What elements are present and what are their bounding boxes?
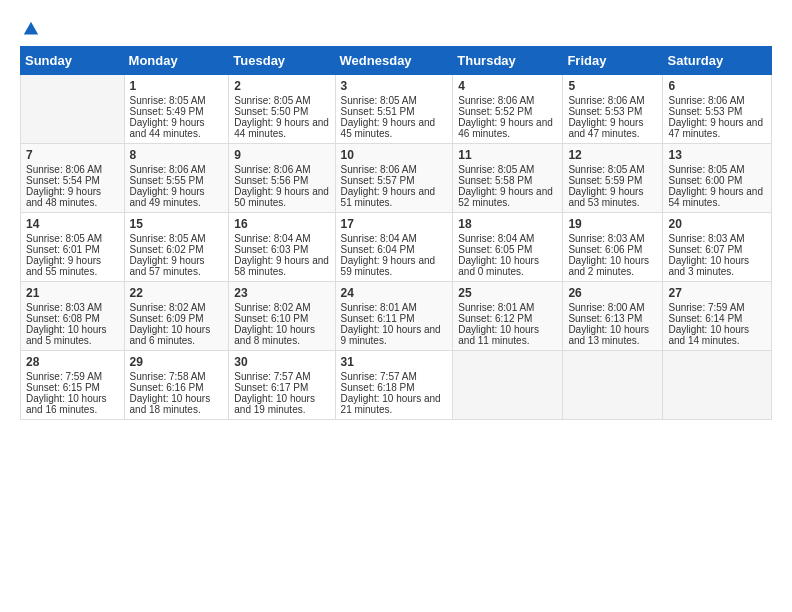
day-number: 25 [458, 286, 557, 300]
page-header [20, 20, 772, 36]
sunrise-text: Sunrise: 8:06 AM [26, 164, 102, 175]
daylight-text: Daylight: 10 hours and 14 minutes. [668, 324, 749, 346]
calendar-cell: 4Sunrise: 8:06 AMSunset: 5:52 PMDaylight… [453, 75, 563, 144]
daylight-text: Daylight: 9 hours and 55 minutes. [26, 255, 101, 277]
calendar-cell [663, 351, 772, 420]
daylight-text: Daylight: 9 hours and 47 minutes. [568, 117, 643, 139]
sunset-text: Sunset: 5:56 PM [234, 175, 308, 186]
day-number: 14 [26, 217, 119, 231]
sunrise-text: Sunrise: 7:57 AM [234, 371, 310, 382]
day-number: 15 [130, 217, 224, 231]
sunrise-text: Sunrise: 8:03 AM [668, 233, 744, 244]
calendar-cell: 27Sunrise: 7:59 AMSunset: 6:14 PMDayligh… [663, 282, 772, 351]
daylight-text: Daylight: 10 hours and 0 minutes. [458, 255, 539, 277]
calendar-cell: 19Sunrise: 8:03 AMSunset: 6:06 PMDayligh… [563, 213, 663, 282]
daylight-text: Daylight: 10 hours and 11 minutes. [458, 324, 539, 346]
calendar-cell: 20Sunrise: 8:03 AMSunset: 6:07 PMDayligh… [663, 213, 772, 282]
week-row-3: 14Sunrise: 8:05 AMSunset: 6:01 PMDayligh… [21, 213, 772, 282]
sunset-text: Sunset: 6:13 PM [568, 313, 642, 324]
daylight-text: Daylight: 10 hours and 16 minutes. [26, 393, 107, 415]
calendar-cell [453, 351, 563, 420]
day-number: 23 [234, 286, 329, 300]
day-number: 9 [234, 148, 329, 162]
calendar-cell: 17Sunrise: 8:04 AMSunset: 6:04 PMDayligh… [335, 213, 453, 282]
header-day-tuesday: Tuesday [229, 47, 335, 75]
day-number: 26 [568, 286, 657, 300]
calendar-cell: 16Sunrise: 8:04 AMSunset: 6:03 PMDayligh… [229, 213, 335, 282]
calendar-cell: 7Sunrise: 8:06 AMSunset: 5:54 PMDaylight… [21, 144, 125, 213]
sunset-text: Sunset: 5:53 PM [568, 106, 642, 117]
calendar-cell: 9Sunrise: 8:06 AMSunset: 5:56 PMDaylight… [229, 144, 335, 213]
daylight-text: Daylight: 9 hours and 48 minutes. [26, 186, 101, 208]
sunset-text: Sunset: 5:57 PM [341, 175, 415, 186]
daylight-text: Daylight: 9 hours and 57 minutes. [130, 255, 205, 277]
sunrise-text: Sunrise: 8:00 AM [568, 302, 644, 313]
daylight-text: Daylight: 9 hours and 49 minutes. [130, 186, 205, 208]
daylight-text: Daylight: 9 hours and 54 minutes. [668, 186, 763, 208]
calendar-cell: 29Sunrise: 7:58 AMSunset: 6:16 PMDayligh… [124, 351, 229, 420]
sunrise-text: Sunrise: 8:05 AM [26, 233, 102, 244]
header-day-saturday: Saturday [663, 47, 772, 75]
sunrise-text: Sunrise: 8:01 AM [341, 302, 417, 313]
sunrise-text: Sunrise: 7:59 AM [668, 302, 744, 313]
sunrise-text: Sunrise: 8:05 AM [130, 233, 206, 244]
sunset-text: Sunset: 5:52 PM [458, 106, 532, 117]
svg-marker-0 [24, 22, 38, 35]
week-row-4: 21Sunrise: 8:03 AMSunset: 6:08 PMDayligh… [21, 282, 772, 351]
day-number: 29 [130, 355, 224, 369]
calendar-cell [21, 75, 125, 144]
sunrise-text: Sunrise: 8:02 AM [234, 302, 310, 313]
calendar-cell: 11Sunrise: 8:05 AMSunset: 5:58 PMDayligh… [453, 144, 563, 213]
sunset-text: Sunset: 5:49 PM [130, 106, 204, 117]
sunrise-text: Sunrise: 7:57 AM [341, 371, 417, 382]
sunset-text: Sunset: 5:55 PM [130, 175, 204, 186]
calendar-cell [563, 351, 663, 420]
calendar-cell: 2Sunrise: 8:05 AMSunset: 5:50 PMDaylight… [229, 75, 335, 144]
sunset-text: Sunset: 6:16 PM [130, 382, 204, 393]
sunrise-text: Sunrise: 8:04 AM [234, 233, 310, 244]
sunset-text: Sunset: 5:51 PM [341, 106, 415, 117]
sunrise-text: Sunrise: 8:06 AM [568, 95, 644, 106]
header-day-monday: Monday [124, 47, 229, 75]
sunrise-text: Sunrise: 8:03 AM [26, 302, 102, 313]
day-number: 22 [130, 286, 224, 300]
daylight-text: Daylight: 10 hours and 5 minutes. [26, 324, 107, 346]
calendar-cell: 21Sunrise: 8:03 AMSunset: 6:08 PMDayligh… [21, 282, 125, 351]
sunrise-text: Sunrise: 8:02 AM [130, 302, 206, 313]
sunrise-text: Sunrise: 8:05 AM [568, 164, 644, 175]
calendar-cell: 23Sunrise: 8:02 AMSunset: 6:10 PMDayligh… [229, 282, 335, 351]
day-number: 27 [668, 286, 766, 300]
sunrise-text: Sunrise: 8:06 AM [458, 95, 534, 106]
day-number: 3 [341, 79, 448, 93]
week-row-5: 28Sunrise: 7:59 AMSunset: 6:15 PMDayligh… [21, 351, 772, 420]
sunset-text: Sunset: 6:00 PM [668, 175, 742, 186]
day-number: 11 [458, 148, 557, 162]
day-number: 31 [341, 355, 448, 369]
week-row-2: 7Sunrise: 8:06 AMSunset: 5:54 PMDaylight… [21, 144, 772, 213]
day-number: 19 [568, 217, 657, 231]
calendar-cell: 18Sunrise: 8:04 AMSunset: 6:05 PMDayligh… [453, 213, 563, 282]
sunrise-text: Sunrise: 8:01 AM [458, 302, 534, 313]
day-number: 24 [341, 286, 448, 300]
day-number: 12 [568, 148, 657, 162]
calendar-cell: 28Sunrise: 7:59 AMSunset: 6:15 PMDayligh… [21, 351, 125, 420]
calendar-cell: 12Sunrise: 8:05 AMSunset: 5:59 PMDayligh… [563, 144, 663, 213]
day-number: 4 [458, 79, 557, 93]
daylight-text: Daylight: 9 hours and 46 minutes. [458, 117, 553, 139]
sunset-text: Sunset: 6:02 PM [130, 244, 204, 255]
day-number: 6 [668, 79, 766, 93]
calendar-cell: 26Sunrise: 8:00 AMSunset: 6:13 PMDayligh… [563, 282, 663, 351]
daylight-text: Daylight: 9 hours and 44 minutes. [130, 117, 205, 139]
daylight-text: Daylight: 9 hours and 47 minutes. [668, 117, 763, 139]
daylight-text: Daylight: 10 hours and 19 minutes. [234, 393, 315, 415]
day-number: 13 [668, 148, 766, 162]
sunrise-text: Sunrise: 7:59 AM [26, 371, 102, 382]
logo-icon [22, 20, 40, 38]
sunrise-text: Sunrise: 8:04 AM [458, 233, 534, 244]
sunset-text: Sunset: 6:04 PM [341, 244, 415, 255]
calendar-cell: 30Sunrise: 7:57 AMSunset: 6:17 PMDayligh… [229, 351, 335, 420]
day-number: 16 [234, 217, 329, 231]
calendar-table: SundayMondayTuesdayWednesdayThursdayFrid… [20, 46, 772, 420]
sunrise-text: Sunrise: 8:06 AM [234, 164, 310, 175]
sunset-text: Sunset: 5:50 PM [234, 106, 308, 117]
